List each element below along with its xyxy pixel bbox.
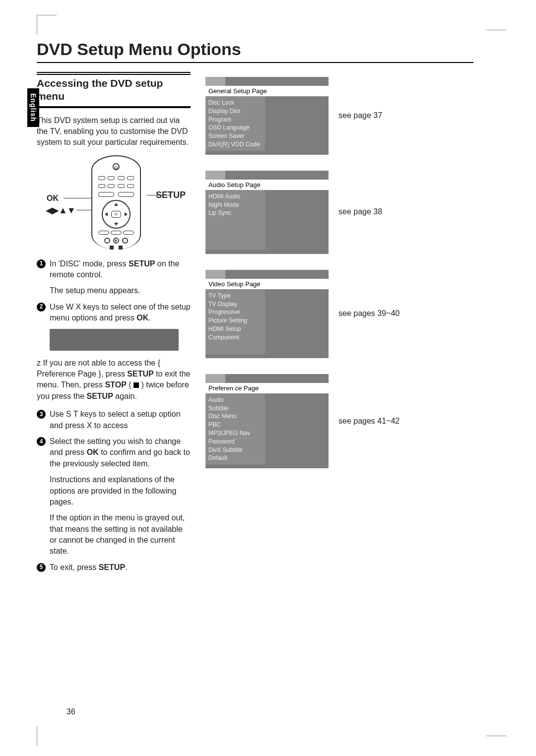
page-ref: see page 38 <box>338 207 382 217</box>
page-ref: see pages 41~42 <box>338 416 400 427</box>
step-2: 2 Use W X keys to select one of the setu… <box>37 302 191 324</box>
stop-icon <box>134 382 139 388</box>
step-number-icon: 4 <box>37 437 46 446</box>
menu-title: General Setup Page <box>205 86 329 97</box>
menu-title: Video Setup Page <box>205 279 329 290</box>
step-1-sub: The setup menu appears. <box>50 285 191 296</box>
menu-title: Preferen ce Page <box>205 383 329 394</box>
intro-paragraph: This DVD system setup is carried out via… <box>37 115 191 148</box>
crop-mark <box>37 726 37 746</box>
tip-placeholder-box <box>50 329 179 351</box>
menu-video: Video Setup Page TV Type TV Display Prog… <box>205 270 473 358</box>
step-number-icon: 5 <box>37 563 46 572</box>
menu-audio: Audio Setup Page HDMI Audio Night Mode L… <box>205 171 473 254</box>
menu-items: TV Type TV Display Progressive Picture S… <box>205 290 265 354</box>
crop-mark <box>486 30 506 30</box>
menu-items: Audio Subtitle Disc Menu PBC MP3/JPEG Na… <box>205 394 265 464</box>
crop-mark <box>486 736 506 736</box>
page-title: DVD Setup Menu Options <box>37 40 473 63</box>
step-4-sub1: Instructions and explanations of the opt… <box>50 474 191 507</box>
section-heading: Accessing the DVD setup menu <box>37 77 191 103</box>
step-1: 1 In 'DISC' mode, press SETUP on the rem… <box>37 258 191 281</box>
label-ok: OK <box>47 194 59 203</box>
step-number-icon: 2 <box>37 303 46 312</box>
menu-preference: Preferen ce Page Audio Subtitle Disc Men… <box>205 374 473 468</box>
page-ref: see pages 39~40 <box>338 309 400 319</box>
menu-items: HDMI Audio Night Mode Lip Sync <box>205 190 265 250</box>
remote-illustration: OK SETUP ◀▶▲▼ OK <box>47 155 181 250</box>
step-number-icon: 3 <box>37 410 46 419</box>
menu-general: General Setup Page Disc Lock Display Dim… <box>205 77 473 155</box>
step-3: 3 Use S T keys to select a setup option … <box>37 409 191 431</box>
label-arrows: ◀▶▲▼ <box>46 205 75 216</box>
step-5: 5 To exit, press SETUP. <box>37 562 191 573</box>
step-4-sub2: If the option in the menu is grayed out,… <box>50 512 191 557</box>
language-tab: English <box>27 88 39 127</box>
step-4: 4 Select the setting you wish to change … <box>37 436 191 469</box>
menu-title: Audio Setup Page <box>205 180 329 190</box>
section-rule-top: Accessing the DVD setup menu <box>37 72 191 108</box>
tip-paragraph: z If you are not able to access the { Pr… <box>37 358 191 402</box>
page-ref: see page 37 <box>338 111 382 121</box>
crop-mark <box>37 15 57 35</box>
step-number-icon: 1 <box>37 259 46 268</box>
page-number: 36 <box>67 707 75 716</box>
menu-items: Disc Lock Display Dim Program OSD Langua… <box>205 97 265 151</box>
